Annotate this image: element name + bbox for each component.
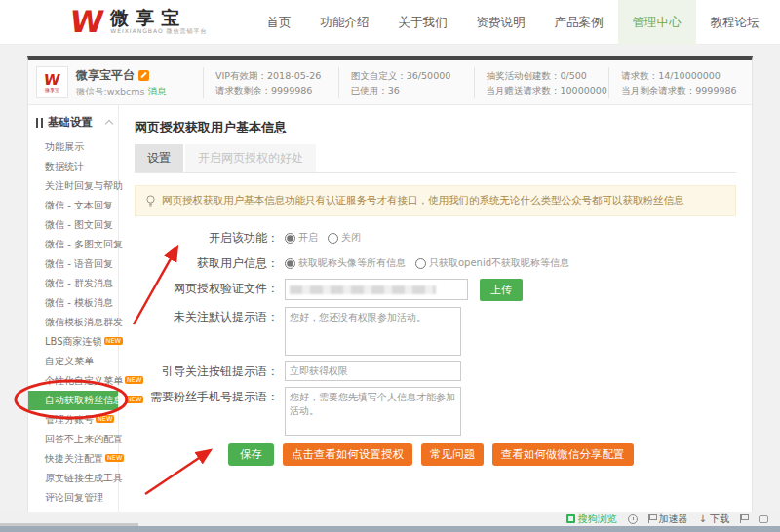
top-navigation: W 微享宝 WEIXIANGBAO 微信营销平台 首页 功能介绍 关于我们 资费… [0, 0, 780, 45]
brand-name: 微享宝 [110, 8, 207, 27]
tab-settings[interactable]: 设置 [135, 144, 183, 172]
tab-benefits[interactable]: 开启网页授权的好处 [185, 144, 316, 172]
sidebar-item-template-message[interactable]: 微信 - 模板消息 [28, 293, 118, 313]
share-config-button[interactable]: 查看如何做微信分享配置 [492, 443, 634, 466]
censored-value [290, 285, 436, 294]
chevron-up-icon [105, 119, 113, 127]
browser-history-button[interactable] [628, 514, 638, 524]
sidebar-item-link-generator[interactable]: 原文链接生成工具 [28, 469, 118, 488]
sidebar-item-template-mass-send[interactable]: 微信模板消息群发 [28, 313, 118, 332]
phone-tip-textarea[interactable]: 您好，需要您先填写个人信息才能参加活动。 [285, 387, 461, 436]
sidebar-item-mass-message[interactable]: 微信 - 群发消息 [28, 274, 118, 293]
page-title: 网页授权获取用户基本信息 [135, 119, 736, 136]
flag-icon [740, 514, 748, 523]
sidebar-item-auto-get-fans-info[interactable]: 自动获取粉丝信息NEW [28, 391, 118, 410]
browser-accelerator-button[interactable]: 加速器 [648, 513, 688, 526]
wechat-id: 微信号:wxbcms [76, 86, 145, 96]
sidebar-item-comment-manage[interactable]: 评论回复管理 [28, 488, 118, 508]
action-buttons: 保存 点击查看如何设置授权 常见问题 查看如何做微信分享配置 [135, 443, 736, 466]
guide-button-tip-input[interactable] [285, 361, 461, 381]
enable-on-radio[interactable] [285, 233, 295, 244]
accelerator-icon [648, 514, 656, 523]
enable-on-label[interactable]: 开启 [298, 231, 318, 245]
notice-text: 网页授权获取用户基本信息功能只有认证服务号才有接口，使用我们的系统无论什么类型公… [162, 194, 684, 208]
how-to-auth-button[interactable]: 点击查看如何设置授权 [283, 443, 412, 466]
phone-tip-label: 需要粉丝手机号提示语： [135, 387, 285, 436]
account-logo-w-icon: W [43, 73, 61, 87]
nav-item-forum[interactable]: 教程论坛 [696, 0, 774, 45]
platform-name: 微享宝平台 [76, 67, 135, 84]
account-identity: 微享宝平台 微信号:wxbcms消息 [76, 67, 203, 98]
brand-tagline: WEIXIANGBAO 微信营销平台 [110, 27, 207, 36]
brand-logo[interactable]: W 微享宝 WEIXIANGBAO 微信营销平台 [70, 7, 208, 37]
stat-group-articles: 图文自定义：36/50000 已使用：36 [338, 67, 474, 98]
userinfo-all-radio[interactable] [285, 258, 295, 269]
sidebar-item-follow-reply[interactable]: 关注时回复与帮助 [28, 176, 118, 196]
sidebar-item-voice-reply[interactable]: 微信 - 语音回复 [28, 254, 118, 274]
main-panel: W 微享宝 微享宝平台 微信号:wxbcms消息 VIP有效期：2018-05-… [27, 56, 753, 516]
enable-off-label[interactable]: 关闭 [341, 231, 361, 245]
nav-item-features[interactable]: 功能介绍 [306, 0, 384, 45]
nav-item-home[interactable]: 首页 [253, 0, 306, 45]
lightbulb-icon [145, 195, 156, 208]
account-stats: VIP有效期：2018-05-26 请求数剩余：9999986 图文自定义：36… [203, 67, 744, 98]
nav-item-admin-center[interactable]: 管理中心 [618, 0, 696, 45]
nav-item-pricing[interactable]: 资费说明 [462, 0, 540, 45]
tab-bar: 设置 开启网页授权的好处 [135, 144, 736, 173]
sliders-icon [35, 118, 44, 128]
unfollow-tip-textarea[interactable]: 您好，您还没有权限参加活动。 [285, 307, 461, 356]
unfollow-tip-label: 未关注默认提示语： [135, 307, 285, 356]
nav-item-cases[interactable]: 产品案例 [540, 0, 618, 45]
sidebar-section-basic-settings[interactable]: 基础设置 [28, 111, 118, 137]
sidebar-item-unanswered-config[interactable]: 回答不上来的配置 [28, 430, 118, 449]
sidebar-item-text-reply[interactable]: 微信 - 文本回复 [28, 196, 118, 215]
sidebar-item-article-reply[interactable]: 微信 - 图文回复 [28, 215, 118, 235]
download-arrow-icon: ↓ [699, 513, 707, 524]
userinfo-label: 获取用户信息： [135, 253, 285, 273]
guide-button-tip-label: 引导关注按钮提示语： [135, 361, 285, 381]
sidebar-item-custom-menu[interactable]: 自定义菜单 [28, 352, 118, 371]
faq-button[interactable]: 常见问题 [421, 443, 484, 466]
more-icon [759, 515, 768, 523]
browser-download-button[interactable]: ↓ 下载 [699, 513, 729, 526]
stat-group-vip: VIP有效期：2018-05-26 请求数剩余：9999986 [203, 67, 338, 98]
clock-icon [628, 514, 638, 524]
sidebar-item-data-statistics[interactable]: 数据统计 [28, 157, 118, 176]
nav-menu: 首页 功能介绍 关于我们 资费说明 产品案例 管理中心 教程论坛 [253, 0, 774, 45]
notice-banner: 网页授权获取用户基本信息功能只有认证服务号才有接口，使用我们的系统无论什么类型公… [135, 185, 736, 216]
message-link[interactable]: 消息 [148, 86, 167, 96]
sidebar-item-manage-subaccounts[interactable]: 管理分账号NEW [28, 410, 118, 430]
taskbar-strip [0, 526, 780, 532]
userinfo-all-label[interactable]: 获取昵称头像等所有信息 [298, 256, 406, 270]
userinfo-openid-radio[interactable] [415, 258, 426, 269]
sidebar: 基础设置 功能展示 数据统计 关注时回复与帮助 微信 - 文本回复 微信 - 图… [28, 105, 119, 515]
nav-item-about[interactable]: 关于我们 [384, 0, 462, 45]
browser-sogou-button[interactable]: 搜狗浏览 [566, 513, 617, 526]
stat-group-requests: 请求数：14/10000000 当月剩余请求数：9999986 [608, 67, 744, 98]
stat-group-lottery: 抽奖活动创建数：0/500 当月赠送请求数：10000000 [474, 67, 609, 98]
sidebar-item-lbs-chain[interactable]: LBS商家连锁NEW [28, 332, 118, 352]
save-button[interactable]: 保存 [228, 443, 274, 466]
sogou-icon [566, 514, 575, 523]
new-badge: NEW [96, 415, 114, 423]
sidebar-item-personalized-menu[interactable]: 个性化自定义菜单NEW [28, 371, 118, 391]
sidebar-item-feature-display[interactable]: 功能展示 [28, 137, 118, 157]
brand-w-icon: W [68, 7, 106, 37]
verify-file-label: 网页授权验证文件： [135, 279, 285, 301]
upload-button[interactable]: 上传 [480, 279, 523, 301]
screen: W 微享宝 WEIXIANGBAO 微信营销平台 首页 功能介绍 关于我们 资费… [0, 0, 780, 532]
sidebar-item-multi-article-reply[interactable]: 微信 - 多图文回复 [28, 235, 118, 254]
edit-badge-icon[interactable] [138, 70, 149, 81]
settings-form: 开启该功能： 开启 关闭 获取用户信息： 获取昵称头像等所有信息 [135, 228, 736, 466]
account-logo: W 微享宝 [36, 66, 68, 98]
verify-file-input[interactable] [285, 279, 468, 300]
sidebar-item-quick-follow-config[interactable]: 快捷关注配置NEW [28, 449, 118, 469]
enable-off-radio[interactable] [328, 233, 338, 244]
browser-flag-button[interactable] [740, 514, 748, 523]
enable-feature-label: 开启该功能： [135, 228, 285, 247]
browser-more-button[interactable] [759, 515, 768, 523]
content-area: 网页授权获取用户基本信息 设置 开启网页授权的好处 网页授权获取用户基本信息功能… [119, 105, 752, 515]
account-bar: W 微享宝 微享宝平台 微信号:wxbcms消息 VIP有效期：2018-05-… [28, 60, 752, 105]
userinfo-openid-label[interactable]: 只获取openid不获取昵称等信息 [429, 256, 569, 270]
